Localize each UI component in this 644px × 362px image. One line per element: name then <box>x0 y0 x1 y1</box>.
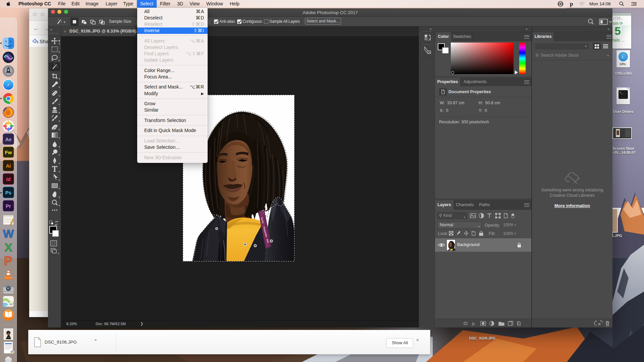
svg-text:fx: fx <box>472 321 475 326</box>
svg-text:W: W <box>3 227 14 239</box>
svg-text:X: X <box>5 241 12 253</box>
svg-text:P: P <box>4 254 12 266</box>
svg-text:3D: 3D <box>10 303 13 305</box>
